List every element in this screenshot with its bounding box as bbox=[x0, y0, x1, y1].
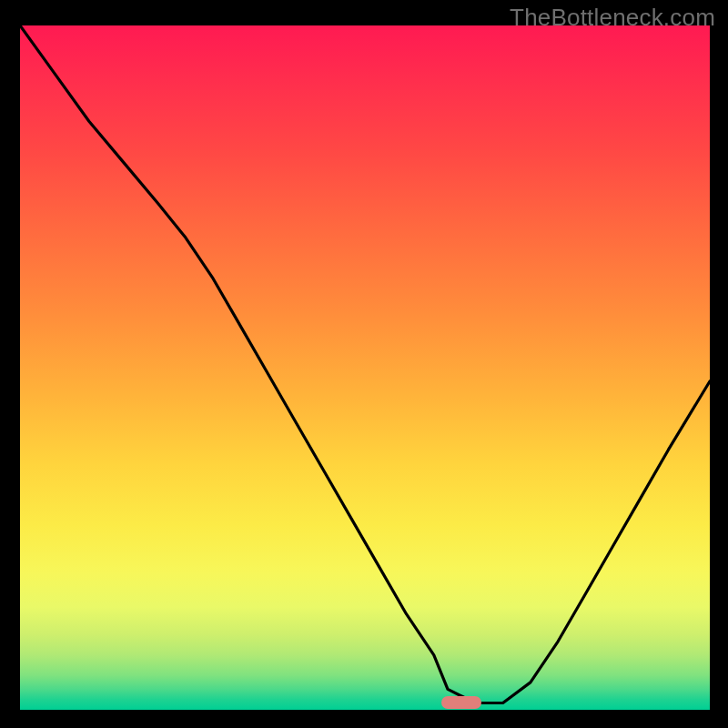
watermark-text: TheBottleneck.com bbox=[510, 4, 715, 32]
bottleneck-curve bbox=[20, 25, 710, 710]
chart-frame: TheBottleneck.com bbox=[0, 0, 728, 728]
optimal-marker bbox=[441, 696, 481, 709]
plot-area bbox=[20, 25, 710, 710]
